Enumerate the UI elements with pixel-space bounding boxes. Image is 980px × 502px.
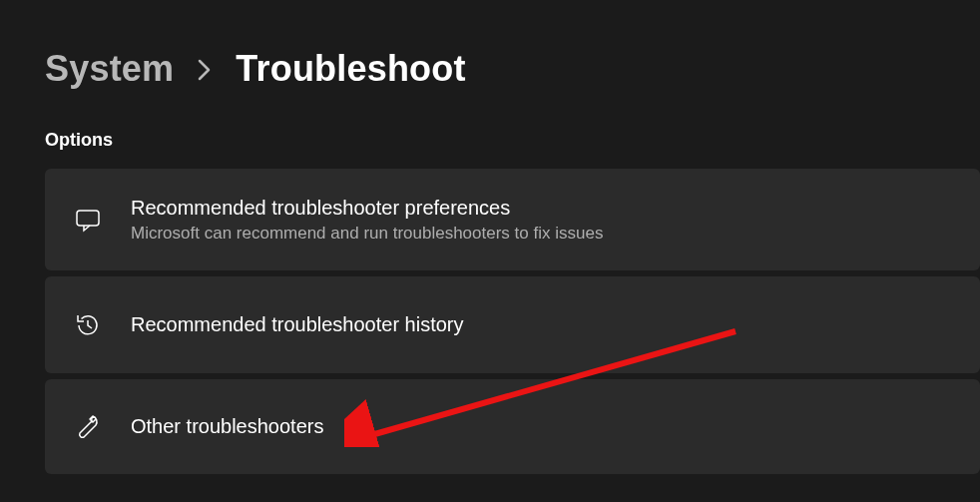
section-title-options: Options (45, 130, 980, 151)
card-other-troubleshooters[interactable]: Other troubleshooters (45, 379, 980, 474)
chevron-right-icon (198, 59, 212, 85)
card-recommended-preferences[interactable]: Recommended troubleshooter preferences M… (45, 169, 980, 270)
card-recommended-history[interactable]: Recommended troubleshooter history (45, 276, 980, 373)
chat-icon (73, 205, 103, 235)
settings-troubleshoot-page: System Troubleshoot Options Recommended … (0, 0, 980, 502)
svg-rect-0 (77, 211, 99, 226)
card-text: Recommended troubleshooter preferences M… (131, 195, 603, 246)
card-title: Other troubleshooters (131, 413, 323, 440)
card-text: Recommended troubleshooter history (131, 311, 464, 338)
breadcrumb-parent[interactable]: System (45, 48, 174, 90)
history-icon (73, 310, 103, 340)
wrench-icon (73, 412, 103, 442)
card-title: Recommended troubleshooter history (131, 311, 464, 338)
card-subtitle: Microsoft can recommend and run troubles… (131, 222, 603, 246)
breadcrumb: System Troubleshoot (45, 48, 980, 90)
card-title: Recommended troubleshooter preferences (131, 195, 603, 222)
breadcrumb-current: Troubleshoot (236, 48, 465, 90)
card-text: Other troubleshooters (131, 413, 323, 440)
